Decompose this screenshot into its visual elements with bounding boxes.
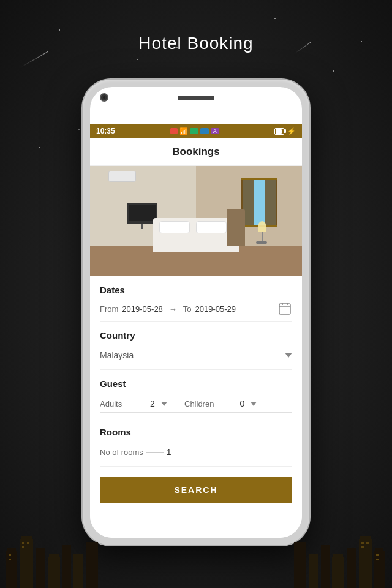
country-label: Country (100, 330, 292, 341)
status-time: 10:35 (96, 127, 115, 135)
svg-rect-5 (7, 548, 16, 553)
children-label: Children (184, 399, 214, 409)
svg-rect-33 (366, 542, 369, 544)
no-of-rooms-label: No of rooms (100, 448, 143, 457)
phone-outer-shell: 10:35 📶 A ⚡ (83, 80, 309, 545)
rooms-label: Rooms (100, 427, 292, 437)
children-separator-line (216, 404, 235, 404)
rooms-section: Rooms No of rooms 1 (100, 418, 292, 467)
dates-section: Dates From 2019-05-28 → To 2019-05-29 (100, 276, 292, 322)
country-chevron-down-icon (285, 353, 292, 358)
country-dropdown[interactable]: Malaysia (100, 347, 292, 364)
rooms-row: No of rooms 1 (100, 443, 292, 461)
lamp (256, 221, 268, 243)
svg-rect-12 (74, 554, 83, 588)
svg-rect-11 (62, 545, 71, 588)
children-value: 0 (237, 399, 247, 409)
battery-lightning: ⚡ (287, 127, 296, 135)
svg-rect-27 (309, 554, 318, 588)
svg-rect-22 (360, 536, 371, 542)
date-arrow-icon: → (169, 304, 177, 314)
adults-label: Adults (100, 399, 124, 409)
guest-section: Guest Adults 2 Children 0 (100, 370, 292, 418)
adults-chevron-down-icon[interactable] (161, 402, 167, 406)
svg-rect-10 (49, 554, 59, 559)
adults-separator-line (127, 404, 145, 404)
app-header: Bookings (90, 138, 302, 166)
adults-value: 2 (148, 399, 157, 409)
form-container: Dates From 2019-05-28 → To 2019-05-29 (90, 276, 302, 513)
svg-rect-9 (48, 557, 60, 588)
room-ac (108, 171, 136, 182)
battery-icon (274, 128, 284, 135)
svg-rect-25 (333, 554, 343, 559)
from-label: From (100, 304, 118, 314)
svg-rect-21 (359, 539, 372, 588)
children-chevron-down-icon[interactable] (251, 402, 257, 406)
battery-area: ⚡ (274, 127, 296, 135)
status-icons: 📶 A (170, 127, 219, 135)
from-date-value: 2019-05-28 (122, 304, 163, 314)
svg-rect-14 (9, 554, 11, 556)
gps-icon (190, 128, 198, 134)
bookings-header-title: Bookings (100, 146, 292, 158)
to-label: To (183, 304, 192, 314)
screen-area: Bookings (90, 138, 302, 538)
calendar-icon[interactable] (277, 301, 292, 316)
phone-camera (100, 93, 108, 102)
city-left-silhouette (0, 514, 98, 588)
hotel-image (90, 166, 302, 276)
room-window (241, 178, 277, 227)
svg-rect-31 (361, 542, 364, 544)
svg-rect-30 (376, 559, 379, 560)
svg-rect-28 (294, 542, 306, 588)
svg-rect-18 (27, 542, 29, 544)
wifi-icon: 📶 (179, 127, 188, 135)
rooms-separator-line (146, 452, 164, 453)
svg-rect-32 (361, 546, 364, 548)
date-row[interactable]: From 2019-05-28 → To 2019-05-29 (100, 301, 292, 316)
city-right-silhouette (294, 514, 392, 588)
accessibility-icon: A (211, 128, 219, 134)
to-date-value: 2019-05-29 (195, 304, 236, 314)
svg-rect-16 (22, 542, 24, 544)
notification-icon (170, 128, 178, 134)
country-value: Malaysia (100, 350, 134, 360)
svg-rect-0 (279, 304, 290, 314)
svg-rect-19 (374, 551, 385, 588)
svg-rect-24 (332, 557, 344, 588)
svg-rect-23 (347, 548, 356, 588)
svg-rect-15 (9, 559, 11, 560)
svg-rect-26 (321, 545, 330, 588)
svg-rect-20 (375, 548, 383, 553)
svg-rect-4 (6, 551, 17, 588)
svg-rect-7 (21, 536, 32, 542)
svg-rect-8 (36, 548, 45, 588)
svg-rect-29 (376, 554, 379, 556)
app-title: Hotel Booking (0, 34, 392, 53)
phone-speaker (178, 96, 214, 100)
phone-screen: 10:35 📶 A ⚡ (90, 87, 302, 538)
status-bar: 10:35 📶 A ⚡ (90, 124, 302, 138)
rooms-value: 1 (167, 447, 172, 457)
room-bed (147, 209, 245, 252)
svg-rect-17 (22, 546, 24, 548)
phone-device: 10:35 📶 A ⚡ (83, 80, 309, 545)
svg-rect-13 (86, 542, 98, 588)
search-button[interactable]: SEARCH (100, 477, 292, 503)
guest-label: Guest (100, 379, 292, 389)
map-icon (200, 128, 209, 134)
country-section: Country Malaysia (100, 322, 292, 370)
dates-label: Dates (100, 285, 292, 295)
svg-rect-6 (20, 539, 33, 588)
guest-row: Adults 2 Children 0 (100, 395, 292, 413)
